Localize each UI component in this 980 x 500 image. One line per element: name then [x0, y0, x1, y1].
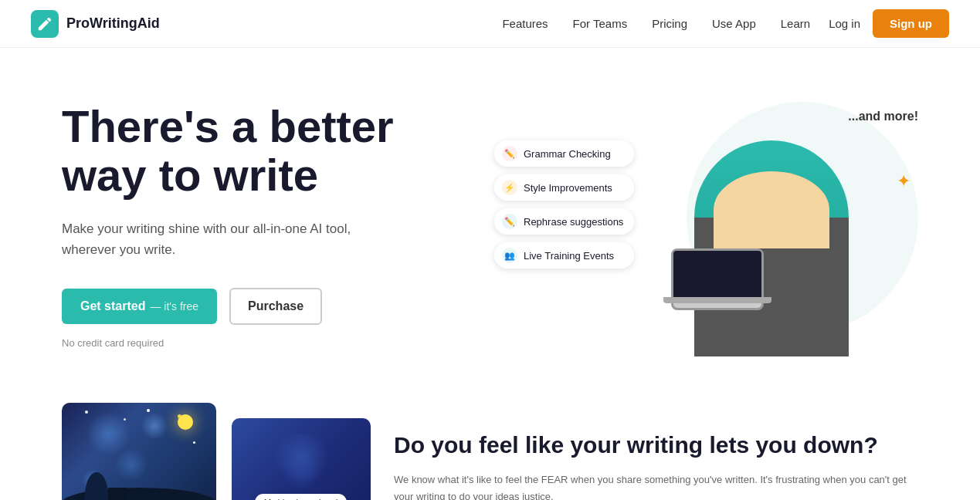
second-description: We know what it's like to feel the FEAR … [394, 471, 918, 500]
nav-links: Features For Teams Pricing Use App Learn [502, 17, 810, 31]
rephrase-icon: ✏️ [502, 214, 517, 229]
free-label: — it's free [150, 300, 198, 312]
style-icon: ⚡ [502, 180, 517, 195]
logo-icon [31, 10, 59, 38]
feature-pills: ✏️ Grammar Checking ⚡ Style Improvements… [494, 140, 634, 269]
no-credit-text: No credit card required [62, 337, 463, 349]
nav-features[interactable]: Features [502, 17, 548, 30]
hero-content: There's a better way to write Make your … [62, 102, 494, 350]
second-section-title: Do you feel like your writing lets you d… [394, 431, 918, 459]
signup-button[interactable]: Sign up [873, 9, 949, 38]
hero-section: There's a better way to write Make your … [0, 48, 980, 387]
second-text-content: Do you feel like your writing lets you d… [394, 431, 918, 500]
pill-rephrase-label: Rephrase suggestions [524, 216, 623, 228]
nav-for-teams[interactable]: For Teams [573, 17, 628, 30]
login-button[interactable]: Log in [829, 17, 860, 30]
pill-rephrase: ✏️ Rephrase suggestions [494, 208, 634, 235]
hero-buttons: Get started — it's free Purchase [62, 288, 463, 325]
nav-learn[interactable]: Learn [781, 17, 810, 30]
my-idea-badge: My idea in my head [255, 494, 347, 500]
hero-title: There's a better way to write [62, 102, 463, 201]
pill-training-label: Live Training Events [524, 250, 614, 262]
hero-illustration: ...and more! ✦ ✏️ Grammar Checking ⚡ Sty… [494, 94, 918, 356]
pill-grammar-label: Grammar Checking [524, 148, 611, 160]
logo-text: ProWritingAid [66, 15, 160, 32]
second-artwork-image: My idea in my head [232, 418, 371, 500]
second-left-images: My idea in my head [62, 403, 348, 500]
pill-style-label: Style Improvements [524, 182, 612, 194]
training-icon: 👥 [502, 248, 517, 263]
navigation: ProWritingAid Features For Teams Pricing… [0, 0, 980, 48]
star-icon: ✦ [897, 171, 910, 191]
logo-link[interactable]: ProWritingAid [31, 10, 160, 38]
purchase-button[interactable]: Purchase [229, 288, 322, 325]
hero-subtitle: Make your writing shine with our all-in-… [62, 218, 371, 260]
pill-style: ⚡ Style Improvements [494, 174, 634, 201]
pill-grammar: ✏️ Grammar Checking [494, 140, 634, 167]
second-section: My idea in my head Do you feel like your… [0, 387, 980, 500]
nav-pricing[interactable]: Pricing [652, 17, 687, 30]
grammar-icon: ✏️ [502, 146, 517, 161]
get-started-button[interactable]: Get started — it's free [62, 289, 217, 324]
pill-training: 👥 Live Training Events [494, 242, 634, 269]
starry-night-image [62, 403, 216, 500]
and-more-text: ...and more! [848, 110, 918, 123]
nav-use-app[interactable]: Use App [712, 17, 756, 30]
laptop [671, 248, 764, 310]
